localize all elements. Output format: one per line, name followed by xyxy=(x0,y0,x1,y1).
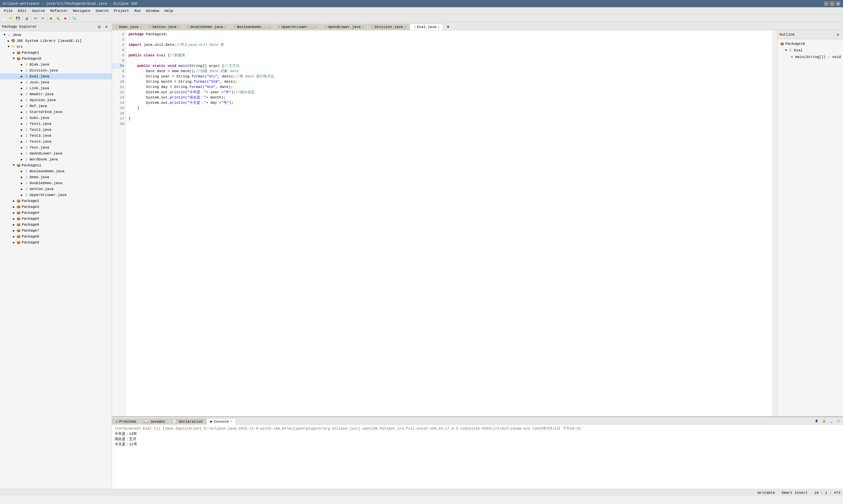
expand-java[interactable]: ▼ xyxy=(3,33,6,37)
expand-pkg6[interactable]: ▶ xyxy=(12,223,16,227)
console-minimize[interactable]: _ xyxy=(828,417,835,424)
outline-main-method[interactable]: m main(String[]) : void xyxy=(779,54,842,60)
debug-button[interactable]: 🐛 xyxy=(55,15,61,22)
expand-test3[interactable]: ▶ xyxy=(20,134,24,138)
tree-item-join[interactable]: ▶ J Join.java xyxy=(0,79,112,85)
menu-project[interactable]: Project xyxy=(111,8,132,14)
run-button[interactable]: ▶ xyxy=(48,15,55,22)
expand-test1[interactable]: ▶ xyxy=(20,122,24,126)
tree-item-blak[interactable]: ▶ J Blak.java xyxy=(0,61,112,68)
stop-button[interactable]: ■ xyxy=(62,15,69,22)
outline-package10[interactable]: 📦 Package10 xyxy=(779,40,842,47)
expand-getcon11[interactable]: ▶ xyxy=(20,187,24,191)
tab-problems[interactable]: ⚠ Problems xyxy=(112,418,140,424)
tab-demo[interactable]: J Demo.java ✕ xyxy=(112,24,145,30)
tree-item-opinion[interactable]: ▶ J Opinion.java xyxy=(0,97,112,103)
expand-division[interactable]: ▶ xyxy=(20,69,24,72)
expand-eval[interactable]: ▶ xyxy=(20,75,24,78)
expand-pkg2[interactable]: ▶ xyxy=(12,199,16,203)
expand-text[interactable]: ▶ xyxy=(20,146,24,149)
tab-division-close[interactable]: ✕ xyxy=(404,25,406,29)
pkg-explorer-close[interactable]: ✕ xyxy=(103,23,110,30)
menu-run[interactable]: Run xyxy=(132,8,144,14)
expand-link[interactable]: ▶ xyxy=(20,87,24,90)
console-scroll-lock[interactable]: 🔒 xyxy=(821,417,827,424)
tab-doubledemo[interactable]: J DoubleDemo.java ✕ xyxy=(183,24,230,30)
tree-item-startorend[interactable]: ▶ J StartOrEnd.java xyxy=(0,109,112,115)
tree-item-link[interactable]: ▶ J Link.java xyxy=(0,85,112,91)
tree-item-getcon11[interactable]: ▶ J GetCon.java xyxy=(0,186,112,192)
tree-item-booleandemo11[interactable]: ▶ J BooleanDemo.java xyxy=(0,168,112,174)
expand-pkg3[interactable]: ▶ xyxy=(12,205,16,209)
expand-pkg4[interactable]: ▶ xyxy=(12,211,16,215)
expand-booleandemo11[interactable]: ▶ xyxy=(20,170,24,173)
editor-right-scrollbar[interactable] xyxy=(772,30,777,416)
tree-item-wordbook[interactable]: ▶ J Wordbook.java xyxy=(0,157,112,162)
menu-source[interactable]: Source xyxy=(29,8,48,14)
tree-item-division[interactable]: ▶ J Division.java xyxy=(0,68,112,73)
expand-jre[interactable]: ▶ xyxy=(6,39,11,43)
close-button[interactable]: ✕ xyxy=(836,1,840,6)
tree-item-pkg10[interactable]: ▼ 📦 Package10 xyxy=(0,56,112,61)
tree-item-demo11[interactable]: ▶ J Demo.java xyxy=(0,174,112,180)
menu-refactor[interactable]: Refactor xyxy=(48,8,70,14)
expand-doubledemo11[interactable]: ▶ xyxy=(20,181,24,185)
outline-eval-class[interactable]: ▼ C Eval xyxy=(779,47,842,54)
console-maximize[interactable]: □ xyxy=(835,417,842,424)
expand-newstr[interactable]: ▶ xyxy=(20,93,24,96)
tree-item-pkg2[interactable]: ▶ 📦 Package2 xyxy=(0,198,112,204)
menu-navigate[interactable]: Navigate xyxy=(70,8,93,14)
menu-help[interactable]: Help xyxy=(162,8,176,14)
tab-getcon-close[interactable]: ✕ xyxy=(178,25,180,29)
expand-pkg8[interactable]: ▶ xyxy=(12,235,16,238)
tab-division[interactable]: J Division.java ✕ xyxy=(367,24,410,30)
tree-item-jre[interactable]: ▶ 📚 JRE System Library [JavaSE-11] xyxy=(0,38,112,44)
tree-item-pkg3[interactable]: ▶ 📦 Package3 xyxy=(0,204,112,210)
expand-join[interactable]: ▶ xyxy=(20,81,24,84)
tree-item-pkg5[interactable]: ▶ 📦 Package5 xyxy=(0,216,112,222)
console-clear[interactable]: 🗑 xyxy=(813,417,820,424)
expand-test4[interactable]: ▶ xyxy=(20,140,24,144)
expand-pkg7[interactable]: ▶ xyxy=(12,229,16,233)
expand-subs[interactable]: ▶ xyxy=(20,116,24,120)
tree-item-pkg11[interactable]: ▼ 📦 Package11 xyxy=(0,162,112,168)
expand-demo11[interactable]: ▶ xyxy=(20,176,24,179)
print-button[interactable]: 🖨 xyxy=(23,15,30,22)
tab-upandlower[interactable]: J UpAndLower.java ✕ xyxy=(321,24,367,30)
expand-src[interactable]: ▼ xyxy=(6,45,11,49)
search-button[interactable]: 🔍 xyxy=(71,15,77,22)
tree-item-src[interactable]: ▼ 📁 src xyxy=(0,44,112,50)
outline-eval-expand[interactable]: ▼ xyxy=(784,49,788,52)
outline-close[interactable]: ✕ xyxy=(835,31,841,38)
tree-item-upperor11[interactable]: ▶ J UpperOrLower.java xyxy=(0,192,112,198)
tab-upperor[interactable]: J UpperOrLower... ✕ xyxy=(274,24,321,30)
expand-pkg10[interactable]: ▼ xyxy=(12,57,16,60)
expand-upandlower[interactable]: ▶ xyxy=(20,152,24,156)
redo-button[interactable]: ↪ xyxy=(39,15,46,22)
tab-demo-close[interactable]: ✕ xyxy=(140,25,141,29)
tree-item-eval[interactable]: ▶ J Eval.java xyxy=(0,73,112,79)
new-button[interactable]: 📄 xyxy=(1,15,7,22)
maximize-button[interactable]: □ xyxy=(830,1,835,6)
tree-item-text[interactable]: ▶ J Text.java xyxy=(0,145,112,150)
tree-item-test1[interactable]: ▶ J Test1.java xyxy=(0,121,112,127)
tree-item-doubledemo11[interactable]: ▶ J DoubleDemo.java xyxy=(0,180,112,186)
expand-pkg9[interactable]: ▶ xyxy=(12,241,16,245)
tree-item-test4[interactable]: ▶ J Test4.java xyxy=(0,139,112,145)
open-button[interactable]: 📂 xyxy=(7,15,14,22)
menu-edit[interactable]: Edit xyxy=(15,8,29,14)
editor-tab-menu[interactable]: ▼ xyxy=(445,23,451,30)
tree-item-java[interactable]: ▼ ☕ Java xyxy=(0,32,112,38)
tab-upperor-close[interactable]: ✕ xyxy=(315,25,317,29)
tree-item-subs[interactable]: ▶ J Subs.java xyxy=(0,115,112,121)
expand-wordbook[interactable]: ▶ xyxy=(20,158,24,161)
tree-item-ref[interactable]: ▶ J Ref.java xyxy=(0,103,112,109)
tree-item-test3[interactable]: ▶ J Test3.java xyxy=(0,133,112,139)
tree-item-pkg6[interactable]: ▶ 📦 Package6 xyxy=(0,222,112,228)
tab-javadoc[interactable]: 📖 Javadoc xyxy=(140,418,169,424)
save-button[interactable]: 💾 xyxy=(15,15,21,22)
tab-booleandemo[interactable]: J BooleanDemo... ✕ xyxy=(230,24,274,30)
expand-opinion[interactable]: ▶ xyxy=(20,98,24,102)
tree-item-newstr[interactable]: ▶ J NewStr.java xyxy=(0,91,112,97)
expand-ref[interactable]: ▶ xyxy=(20,104,24,108)
